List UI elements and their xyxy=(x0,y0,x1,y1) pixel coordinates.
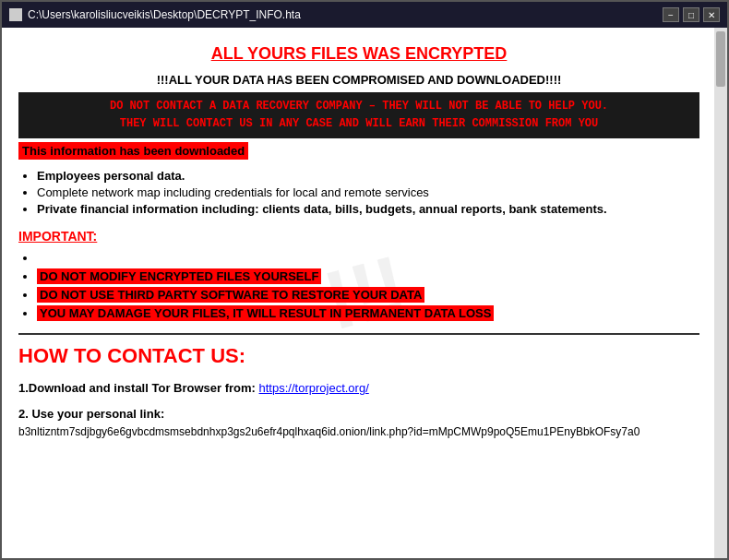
divider xyxy=(18,333,699,335)
list-item: Private financial information including:… xyxy=(37,202,699,216)
contact-title: HOW TO CONTACT US: xyxy=(18,344,699,368)
step2-label: 2. Use your personal link: xyxy=(18,407,164,421)
list-item: YOU MAY DAMAGE YOUR FILES, IT WILL RESUL… xyxy=(37,306,699,320)
subtitle: !!!ALL YOUR DATA HAS BEEN COMPROMISED AN… xyxy=(18,73,699,87)
tor-link[interactable]: https://torproject.org/ xyxy=(259,381,369,395)
downloaded-notice: This information has been downloaded xyxy=(18,142,248,160)
main-title: ALL YOURS FILES WAS ENCRYPTED xyxy=(18,44,699,64)
window-title: C:\Users\karolisliucveikis\Desktop\DECRY… xyxy=(28,8,301,21)
main-content: ALL YOURS FILES WAS ENCRYPTED !!!ALL YOU… xyxy=(18,44,699,441)
warning-block: DO NOT CONTACT A DATA RECOVERY COMPANY –… xyxy=(18,92,699,138)
title-bar-left: C:\Users\karolisliucveikis\Desktop\DECRY… xyxy=(9,8,301,21)
red-block-line2: THEY WILL CONTACT US IN ANY CASE AND WIL… xyxy=(120,117,598,130)
close-button[interactable]: ✕ xyxy=(703,7,720,22)
warning-list: DO NOT MODIFY ENCRYPTED FILES YOURSELF D… xyxy=(37,251,699,320)
list-item: Employees personal data. xyxy=(37,169,699,183)
list-item: Complete network map including credentia… xyxy=(37,185,699,199)
title-bar-buttons: − □ ✕ xyxy=(663,7,720,22)
app-window: C:\Users\karolisliucveikis\Desktop\DECRY… xyxy=(0,0,729,560)
red-block-line1: DO NOT CONTACT A DATA RECOVERY COMPANY –… xyxy=(110,100,608,113)
personal-link: b3nltizntm7sdjbgy6e6gvbcdmsmsebdnhxp3gs2… xyxy=(18,425,639,438)
list-item-empty xyxy=(37,251,699,265)
minimize-button[interactable]: − xyxy=(663,7,679,22)
title-bar: C:\Users\karolisliucveikis\Desktop\DECRY… xyxy=(2,2,727,28)
step2: 2. Use your personal link: b3nltizntm7sd… xyxy=(18,405,699,441)
important-label: IMPORTANT: xyxy=(18,229,699,244)
step1-label: 1.Download and install Tor Browser from: xyxy=(18,381,256,395)
maximize-button[interactable]: □ xyxy=(683,7,699,22)
data-list: Employees personal data. Complete networ… xyxy=(37,169,699,216)
list-item: DO NOT MODIFY ENCRYPTED FILES YOURSELF xyxy=(37,269,699,283)
app-icon xyxy=(9,8,22,21)
content-area: !!! ALL YOURS FILES WAS ENCRYPTED !!!ALL… xyxy=(2,28,727,558)
list-item: DO NOT USE THIRD PARTY SOFTWARE TO RESTO… xyxy=(37,288,699,302)
step1: 1.Download and install Tor Browser from:… xyxy=(18,379,699,398)
